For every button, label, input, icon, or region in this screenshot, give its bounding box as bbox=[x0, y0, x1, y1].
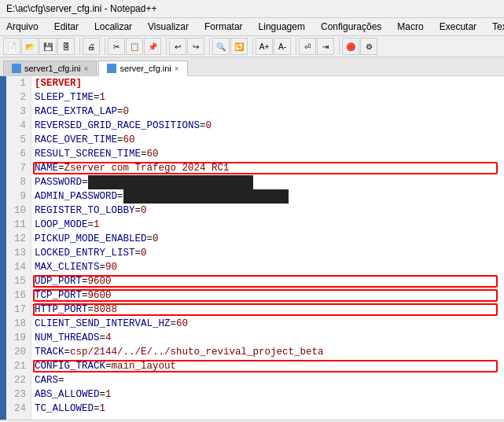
toolbar-sep-1 bbox=[77, 38, 80, 55]
kv-equals: = bbox=[64, 347, 71, 358]
kv-value: 1 bbox=[100, 92, 106, 103]
code-line: [SERVER] bbox=[35, 76, 501, 90]
code-line: NUM_THREADS=4 bbox=[35, 331, 501, 345]
menu-bar: Arquivo Editar Localizar Visualizar Form… bbox=[0, 18, 504, 36]
code-line: CLIENT_SEND_INTERVAL_HZ=60 bbox=[35, 317, 501, 331]
line-num: 6 bbox=[11, 147, 26, 161]
replace-button[interactable]: 🔁 bbox=[230, 38, 248, 55]
code-line: ABS_ALLOWED=1 bbox=[35, 387, 501, 402]
menu-editar[interactable]: Editar bbox=[51, 20, 82, 34]
kv-equals: = bbox=[82, 290, 88, 301]
code-area[interactable]: [SERVER]SLEEP_TIME=1RACE_EXTRA_LAP=0REVE… bbox=[31, 76, 504, 420]
tab-label-1: server1_cfg.ini bbox=[24, 64, 81, 73]
kv-equals: = bbox=[100, 262, 106, 273]
title-bar: E:\ac\cfg\server_cfg.ini - Notepad++ bbox=[0, 0, 504, 18]
tab-server-cfg[interactable]: server_cfg.ini × bbox=[98, 61, 187, 76]
zoom-in-button[interactable]: A+ bbox=[256, 38, 273, 55]
kv-key: SLEEP_TIME bbox=[35, 92, 94, 103]
code-line: REVERSED_GRID_RACE_POSITIONS=0 bbox=[35, 119, 501, 133]
menu-formatar[interactable]: Formatar bbox=[201, 20, 246, 34]
kv-equals: = bbox=[94, 92, 100, 103]
toolbar-sep-3 bbox=[164, 38, 167, 55]
kv-equals: = bbox=[88, 219, 94, 230]
paste-button[interactable]: 📌 bbox=[144, 38, 161, 55]
redo-button[interactable]: ↪ bbox=[187, 38, 204, 55]
bookmark-button[interactable]: 🔴 bbox=[342, 38, 359, 55]
kv-key: REVERSED_GRID_RACE_POSITIONS bbox=[35, 120, 200, 131]
toolbar-sep-4 bbox=[207, 38, 210, 55]
kv-key: CONFIG_TRACK bbox=[35, 361, 105, 372]
find-button[interactable]: 🔍 bbox=[212, 38, 230, 55]
kv-value: csp/2144/../E/../shuto_revival_project_b… bbox=[70, 347, 324, 358]
menu-visualizar[interactable]: Visualizar bbox=[145, 20, 192, 34]
cut-button[interactable]: ✂ bbox=[108, 38, 125, 55]
kv-key: TRACK bbox=[35, 347, 64, 358]
code-line: PASSWORD= bbox=[35, 175, 501, 189]
zoom-out-button[interactable]: A- bbox=[274, 38, 291, 55]
line-num: 7 bbox=[11, 161, 26, 175]
line-num: 15 bbox=[11, 274, 26, 288]
tab-icon-2 bbox=[107, 64, 116, 73]
print-button[interactable]: 🖨 bbox=[83, 38, 100, 55]
menu-arquivo[interactable]: Arquivo bbox=[3, 20, 42, 34]
line-num: 17 bbox=[11, 303, 26, 317]
kv-key: RESULT_SCREEN_TIME bbox=[35, 149, 141, 160]
settings-button[interactable]: ⚙ bbox=[360, 38, 377, 55]
tab-server1-cfg[interactable]: server1_cfg.ini × bbox=[3, 61, 97, 75]
menu-macro[interactable]: Macro bbox=[394, 20, 426, 34]
kv-equals: = bbox=[58, 163, 64, 174]
code-line: UDP_PORT=9600 bbox=[35, 274, 501, 288]
window-title: E:\ac\cfg\server_cfg.ini - Notepad++ bbox=[6, 3, 156, 14]
save-button[interactable]: 💾 bbox=[39, 38, 57, 55]
wrap-button[interactable]: ⏎ bbox=[299, 38, 316, 55]
kv-equals: = bbox=[100, 332, 106, 343]
editor[interactable]: 123456789101112131415161718192021222324 … bbox=[0, 76, 504, 420]
menu-textfx[interactable]: TextFX bbox=[489, 20, 504, 34]
kv-redacted bbox=[88, 175, 253, 189]
kv-key: MAX_CLIENTS bbox=[35, 262, 100, 273]
line-num: 10 bbox=[11, 204, 26, 218]
kv-value: 60 bbox=[147, 149, 159, 160]
menu-localizar[interactable]: Localizar bbox=[91, 20, 135, 34]
kv-equals: = bbox=[147, 233, 153, 244]
line-num: 24 bbox=[11, 402, 26, 416]
kv-value: 0 bbox=[141, 248, 147, 259]
kv-key: ADMIN_PASSWORD bbox=[35, 191, 117, 202]
section-bracket-close: ] bbox=[76, 78, 83, 89]
kv-value: 60 bbox=[123, 134, 135, 145]
line-num: 3 bbox=[11, 105, 26, 119]
kv-equals: = bbox=[171, 318, 177, 329]
tab-bar: server1_cfg.ini × server_cfg.ini × bbox=[0, 57, 504, 76]
menu-linguagem[interactable]: Linguagem bbox=[256, 20, 308, 34]
tab-close-1[interactable]: × bbox=[84, 64, 89, 73]
menu-configuracoes[interactable]: Configurações bbox=[318, 20, 384, 34]
kv-value: 0 bbox=[123, 106, 130, 117]
kv-equals: = bbox=[100, 389, 106, 400]
kv-equals: = bbox=[117, 134, 123, 145]
kv-key: NAME bbox=[35, 163, 58, 174]
kv-value: 0 bbox=[153, 233, 159, 244]
kv-value: 9600 bbox=[88, 276, 112, 287]
toolbar-sep-6 bbox=[293, 38, 296, 55]
line-num: 8 bbox=[11, 175, 26, 189]
kv-equals: = bbox=[58, 375, 64, 386]
open-button[interactable]: 📂 bbox=[21, 38, 39, 55]
indent-button[interactable]: ⇥ bbox=[317, 38, 334, 55]
kv-value: 0 bbox=[206, 120, 212, 131]
line-num: 20 bbox=[11, 345, 26, 359]
copy-button[interactable]: 📋 bbox=[126, 38, 143, 55]
kv-key: PASSWORD bbox=[35, 177, 82, 188]
kv-key: REGISTER_TO_LOBBY bbox=[35, 205, 135, 216]
tab-close-2[interactable]: × bbox=[175, 64, 179, 73]
code-line: TRACK=csp/2144/../E/../shuto_revival_pro… bbox=[35, 345, 501, 359]
save-all-button[interactable]: 🗄 bbox=[57, 38, 75, 55]
toolbar-sep-2 bbox=[102, 38, 105, 55]
line-num: 19 bbox=[11, 331, 26, 345]
kv-value: 1 bbox=[100, 403, 106, 414]
kv-value: 60 bbox=[176, 318, 188, 329]
new-button[interactable]: 📄 bbox=[3, 38, 20, 55]
toolbar: 📄 📂 💾 🗄 🖨 ✂ 📋 📌 ↩ ↪ 🔍 🔁 A+ A- ⏎ ⇥ 🔴 ⚙ bbox=[0, 36, 504, 57]
code-line: REGISTER_TO_LOBBY=0 bbox=[35, 204, 501, 218]
menu-executar[interactable]: Executar bbox=[436, 20, 480, 34]
undo-button[interactable]: ↩ bbox=[169, 38, 186, 55]
